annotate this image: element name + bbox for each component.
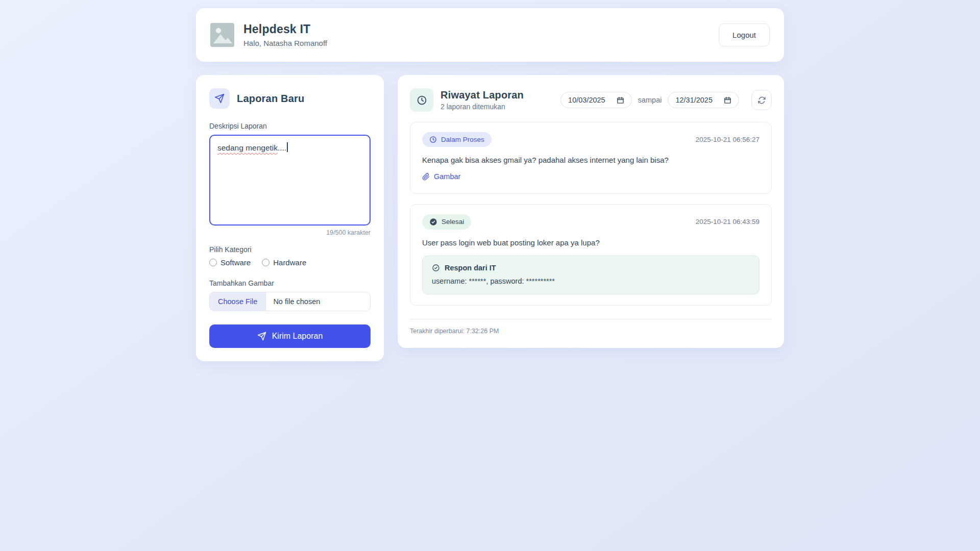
response-text: username: ******, password: ********** xyxy=(432,277,750,285)
char-counter: 19/500 karakter xyxy=(209,229,371,236)
date-separator: sampai xyxy=(638,96,662,104)
submit-report-button[interactable]: Kirim Laporan xyxy=(209,324,371,348)
check-circle-outline-icon xyxy=(432,264,440,272)
history-panel: Riwayat Laporan 2 laporan ditemukan 10/0… xyxy=(398,75,784,348)
submit-report-label: Kirim Laporan xyxy=(272,332,323,341)
date-from-input[interactable]: 10/03/2025 xyxy=(560,92,632,108)
category-radio-group: Software Hardware xyxy=(209,258,371,267)
refresh-button[interactable] xyxy=(751,90,772,110)
radio-option-software[interactable]: Software xyxy=(209,258,251,267)
logout-button[interactable]: Logout xyxy=(719,23,770,46)
category-label: Pilih Kategori xyxy=(209,245,371,254)
status-badge-in-progress: Dalam Proses xyxy=(422,132,492,147)
report-card-top: Selesai 2025-10-21 06:43:59 xyxy=(422,214,760,230)
history-title: Riwayat Laporan xyxy=(440,89,553,101)
description-text-spellchecked: sedang mengetik xyxy=(217,143,278,152)
description-textarea[interactable]: sedang mengetik.... xyxy=(209,135,371,226)
radio-circle-icon[interactable] xyxy=(262,259,270,266)
radio-label: Software xyxy=(220,258,251,267)
response-title: Respon dari IT xyxy=(445,264,496,272)
date-filter: 10/03/2025 sampai 12/31/2025 xyxy=(560,90,772,110)
header-titles: Helpdesk IT Halo, Natasha Romanoff xyxy=(243,22,327,47)
report-text: User pass login web buat posting loker a… xyxy=(422,238,760,247)
report-timestamp: 2025-10-21 06:56:27 xyxy=(696,136,760,143)
calendar-icon[interactable] xyxy=(617,96,624,104)
clock-icon xyxy=(429,136,437,143)
description-text-plain: .... xyxy=(278,143,286,152)
user-greeting: Halo, Natasha Romanoff xyxy=(243,39,327,47)
send-icon xyxy=(209,88,230,109)
radio-option-hardware[interactable]: Hardware xyxy=(262,258,306,267)
radio-label: Hardware xyxy=(273,258,306,267)
new-report-panel: Laporan Baru Deskripsi Laporan sedang me… xyxy=(196,75,384,361)
header-brand: Helpdesk IT Halo, Natasha Romanoff xyxy=(210,22,719,47)
status-badge-label: Selesai xyxy=(442,218,464,226)
report-card: Dalam Proses 2025-10-21 06:56:27 Kenapa … xyxy=(410,122,772,194)
image-upload-label: Tambahkan Gambar xyxy=(209,279,371,287)
broken-image-placeholder-icon xyxy=(210,23,234,47)
page-container: Helpdesk IT Halo, Natasha Romanoff Logou… xyxy=(196,0,784,361)
status-badge-label: Dalam Proses xyxy=(441,136,484,143)
calendar-icon[interactable] xyxy=(724,96,731,104)
new-report-title: Laporan Baru xyxy=(237,93,304,105)
response-title-row: Respon dari IT xyxy=(432,264,750,272)
status-badge-done: Selesai xyxy=(422,214,471,230)
choose-file-button[interactable]: Choose File xyxy=(210,292,266,311)
it-response-box: Respon dari IT username: ******, passwor… xyxy=(422,256,760,294)
report-card: Selesai 2025-10-21 06:43:59 User pass lo… xyxy=(410,204,772,306)
history-count: 2 laporan ditemukan xyxy=(440,103,553,111)
new-report-header: Laporan Baru xyxy=(209,88,371,109)
date-to-input[interactable]: 12/31/2025 xyxy=(668,92,739,108)
file-status-text: No file chosen xyxy=(266,297,327,306)
main-content: Laporan Baru Deskripsi Laporan sedang me… xyxy=(196,75,784,361)
report-card-top: Dalam Proses 2025-10-21 06:56:27 xyxy=(422,132,760,147)
text-caret xyxy=(287,142,288,152)
history-header: Riwayat Laporan 2 laporan ditemukan 10/0… xyxy=(410,88,772,112)
attachment-link[interactable]: Gambar xyxy=(422,172,460,181)
app-title: Helpdesk IT xyxy=(243,22,327,36)
description-label: Deskripsi Laporan xyxy=(209,122,371,130)
report-timestamp: 2025-10-21 06:43:59 xyxy=(696,218,760,226)
check-circle-icon xyxy=(429,218,437,226)
refresh-icon xyxy=(757,96,766,105)
radio-circle-icon[interactable] xyxy=(209,259,217,266)
file-upload-input[interactable]: Choose File No file chosen xyxy=(209,292,371,311)
last-updated-text: Terakhir diperbarui: 7:32:26 PM xyxy=(410,319,772,335)
paperclip-icon xyxy=(422,173,430,181)
report-text: Kenapa gak bisa akses gmail ya? padahal … xyxy=(422,156,760,164)
date-to-value: 12/31/2025 xyxy=(675,96,713,104)
attachment-label: Gambar xyxy=(434,172,460,181)
app-header: Helpdesk IT Halo, Natasha Romanoff Logou… xyxy=(196,8,784,62)
clock-icon xyxy=(410,88,433,112)
send-icon xyxy=(257,332,266,341)
date-from-value: 10/03/2025 xyxy=(568,96,605,104)
history-titles: Riwayat Laporan 2 laporan ditemukan xyxy=(440,89,553,111)
